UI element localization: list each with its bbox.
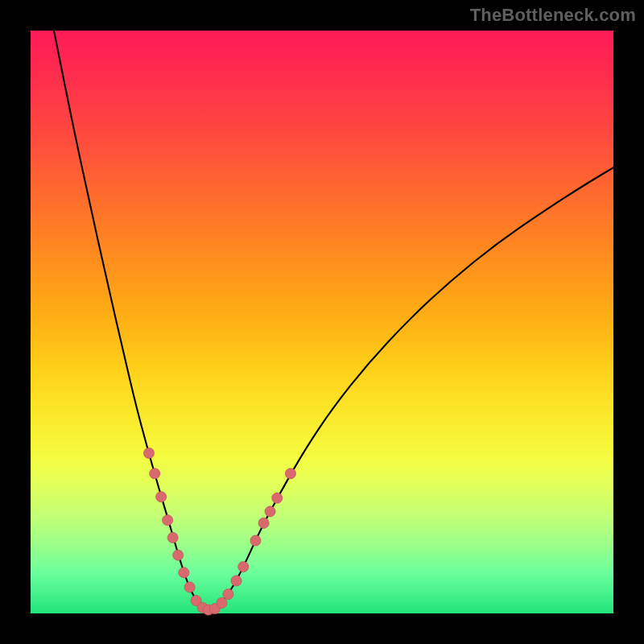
data-point xyxy=(167,532,178,543)
data-points-group xyxy=(143,448,295,615)
chart-stage: TheBottleneck.com xyxy=(0,0,644,644)
bottleneck-curve xyxy=(54,31,613,609)
data-point xyxy=(258,518,269,528)
data-point xyxy=(173,550,184,560)
watermark-text: TheBottleneck.com xyxy=(470,5,636,26)
data-point xyxy=(163,515,173,526)
data-point xyxy=(231,576,242,586)
data-point xyxy=(179,568,189,578)
data-point xyxy=(223,589,233,600)
data-point xyxy=(184,582,195,592)
data-point xyxy=(143,448,154,458)
plot-area xyxy=(31,31,613,613)
data-point xyxy=(250,535,261,546)
data-point xyxy=(217,597,227,608)
data-point xyxy=(156,492,167,502)
data-point xyxy=(285,469,295,479)
data-point xyxy=(150,469,160,479)
data-point xyxy=(265,506,275,517)
chart-svg xyxy=(31,31,613,613)
data-point xyxy=(272,493,283,503)
data-point xyxy=(238,561,249,572)
